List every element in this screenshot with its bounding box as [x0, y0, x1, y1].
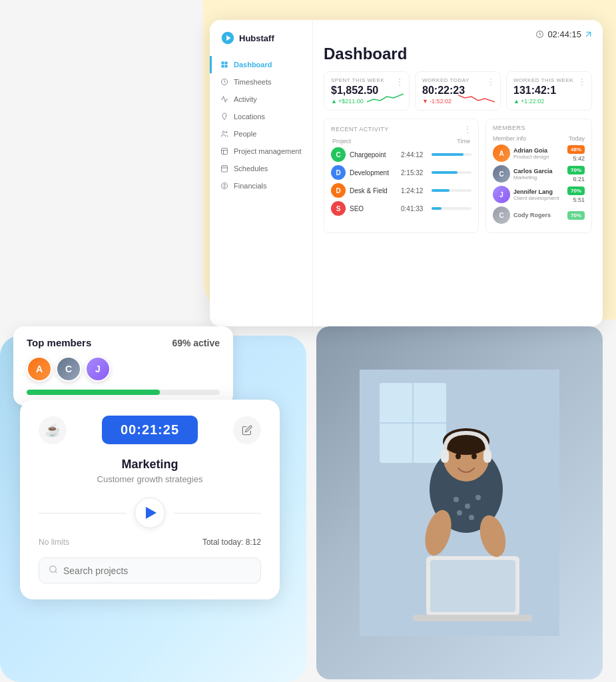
activity-col-headers: Project Time [331, 138, 471, 145]
member-name-adrian: Adrian Goia [513, 147, 564, 154]
active-percent: 69% active [172, 338, 220, 348]
top-members-progress-track [27, 390, 220, 395]
activity-row-chargepoint[interactable]: C Chargepoint 2:44:12 [331, 147, 471, 162]
pencil-icon [242, 425, 252, 436]
edit-icon[interactable] [233, 416, 261, 444]
arrow-up-right-icon [585, 31, 592, 38]
recent-activity-header: RECENT ACTIVITY ⋮ [331, 125, 471, 134]
member-avatar-jennifer: J [493, 186, 510, 203]
sidebar-item-people[interactable]: People [210, 125, 312, 143]
stat-menu-3[interactable]: ⋮ [578, 77, 586, 87]
svg-line-18 [55, 571, 57, 573]
play-line-left [39, 513, 127, 513]
project-dot-seo: S [331, 201, 346, 216]
avatar-1: A [27, 356, 52, 382]
svg-rect-31 [441, 450, 449, 463]
search-glass-icon [49, 565, 58, 574]
play-line-right [173, 513, 261, 513]
member-row-jennifer[interactable]: J Jennifer Lang Client development 70% 5… [493, 186, 585, 203]
progress-desk [432, 189, 471, 192]
stat-card-worked-today: WORKED TODAY 80:22:23 ▼ -1:52:02 ⋮ [415, 71, 501, 111]
member-badge-cody: 70% [567, 211, 585, 220]
member-stats-adrian: 48% 5:42 [567, 145, 585, 162]
sidebar: Hubstaff Dashboard Timesheets Activity L… [210, 20, 313, 326]
member-row-cody[interactable]: C Cody Rogers 70% [493, 206, 585, 224]
svg-point-24 [454, 497, 459, 502]
member-row-adrian[interactable]: A Adrian Goia Product design 48% 5:42 [493, 145, 585, 162]
sidebar-item-timesheets[interactable]: Timesheets [210, 73, 312, 91]
sidebar-item-locations[interactable]: Locations [210, 108, 312, 125]
activity-row-development[interactable]: D Development 2:15:32 [331, 165, 471, 180]
total-today-label: Total today: 8:12 [202, 537, 261, 547]
activity-row-desk-field[interactable]: D Desk & Field 1:24:12 [331, 183, 471, 198]
sidebar-item-project-management[interactable]: Project management [210, 143, 312, 160]
project-name-seo: SEO [350, 205, 397, 212]
member-avatar-adrian: A [493, 145, 510, 162]
stat-menu-1[interactable]: ⋮ [396, 77, 404, 87]
top-members-header: Top members 69% active [27, 337, 220, 348]
members-title: MEMBERS [493, 125, 525, 131]
member-name-carlos: Carlos Garcia [513, 168, 564, 174]
active-indicator [210, 56, 212, 73]
svg-point-25 [465, 504, 470, 509]
break-icon[interactable]: ☕ [39, 416, 67, 444]
play-button[interactable] [135, 498, 165, 528]
project-subtitle: Customer growth strategies [39, 474, 261, 484]
project-time-development: 2:15:32 [401, 169, 428, 176]
mini-chart-worked [458, 90, 495, 105]
project-icon [220, 147, 228, 155]
search-box[interactable] [39, 557, 261, 583]
svg-rect-2 [222, 65, 224, 68]
svg-rect-7 [222, 149, 228, 155]
timer-button[interactable]: 00:21:25 [102, 416, 198, 444]
search-projects-input[interactable] [63, 565, 251, 576]
sidebar-item-dashboard[interactable]: Dashboard [210, 56, 312, 73]
members-header: MEMBERS [493, 125, 585, 131]
photo-overlay [316, 326, 603, 679]
sidebar-label-dashboard: Dashboard [234, 61, 272, 69]
project-dot-chargepoint: C [331, 147, 346, 162]
svg-rect-36 [430, 560, 515, 612]
stat-menu-2[interactable]: ⋮ [487, 77, 495, 87]
stat-card-worked-week: WORKED THIS WEEK 131:42:1 ▲ +1:22:02 ⋮ [506, 71, 592, 111]
svg-rect-0 [222, 62, 224, 65]
clock-icon [535, 30, 544, 39]
worked-chart [458, 90, 495, 105]
svg-rect-32 [483, 450, 491, 463]
locations-icon [220, 113, 228, 121]
svg-rect-10 [222, 166, 228, 172]
project-name-development: Development [350, 169, 397, 176]
recent-activity-menu[interactable]: ⋮ [463, 125, 471, 134]
sidebar-label-schedules: Schedules [234, 165, 268, 172]
project-name-desk: Desk & Field [350, 187, 397, 194]
project-time-seo: 0:41:33 [401, 205, 428, 212]
col-project: Project [332, 138, 351, 145]
timer-value: 02:44:15 [547, 29, 581, 39]
dashboard-card: Hubstaff Dashboard Timesheets Activity L… [210, 20, 603, 326]
activity-row-seo[interactable]: S SEO 0:41:33 [331, 201, 471, 216]
people-icon [220, 130, 228, 138]
hubstaff-logo-icon [220, 31, 235, 45]
members-col-headers: Member info Today [493, 135, 585, 142]
sidebar-label-people: People [234, 130, 256, 138]
svg-point-34 [471, 454, 477, 460]
logo-text: Hubstaff [239, 33, 274, 43]
member-name-cody: Cody Rogers [513, 212, 564, 218]
stat-card-spent: SPENT THIS WEEK $1,852.50 ▲ +$211.00 ⋮ [324, 71, 410, 111]
timer-display: 02:44:15 [535, 29, 592, 39]
project-name-chargepoint: Chargepoint [350, 151, 397, 159]
member-row-carlos[interactable]: C Carlos Garcia Marketing 70% 6:21 [493, 165, 585, 182]
svg-line-16 [586, 32, 590, 36]
page-title: Dashboard [324, 45, 592, 63]
sidebar-item-financials[interactable]: Financials [210, 177, 312, 194]
photo-panel [316, 326, 603, 679]
stat-label-week: WORKED THIS WEEK [513, 77, 585, 83]
sidebar-item-activity[interactable]: Activity [210, 91, 312, 108]
sidebar-item-schedules[interactable]: Schedules [210, 160, 312, 177]
members-panel: MEMBERS Member info Today A Adrian Goia … [485, 119, 592, 233]
sidebar-label-activity: Activity [234, 95, 257, 103]
member-time-carlos: 6:21 [573, 176, 585, 182]
col-member-info: Member info [493, 135, 526, 142]
logo: Hubstaff [210, 31, 312, 56]
svg-rect-1 [225, 62, 228, 65]
